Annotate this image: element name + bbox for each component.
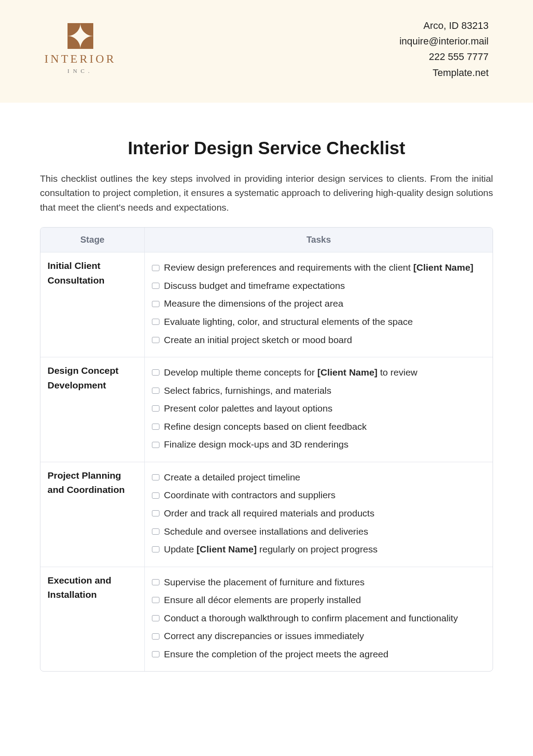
page-title: Interior Design Service Checklist [40, 138, 493, 158]
task-item: Select fabrics, furnishings, and materia… [152, 382, 485, 400]
contact-site: Template.net [399, 65, 489, 80]
checkbox-icon[interactable] [152, 442, 159, 448]
checkbox-icon[interactable] [152, 283, 159, 289]
checkbox-icon[interactable] [152, 546, 159, 552]
task-item: Update [Client Name] regularly on projec… [152, 540, 485, 559]
task-text: Refine design concepts based on client f… [164, 420, 485, 434]
tasks-cell: Create a detailed project timelineCoordi… [145, 462, 493, 567]
contact-block: Arco, ID 83213 inquire@interior.mail 222… [399, 18, 489, 80]
task-item: Conduct a thorough walkthrough to confir… [152, 609, 485, 628]
task-text: Schedule and oversee installations and d… [164, 524, 485, 539]
checkbox-icon[interactable] [152, 319, 159, 325]
task-text: Select fabrics, furnishings, and materia… [164, 384, 485, 398]
checklist-table: Stage Tasks Initial Client ConsultationR… [40, 227, 493, 672]
task-item: Supervise the placement of furniture and… [152, 573, 485, 592]
task-text: Develop multiple theme concepts for [Cli… [164, 365, 485, 380]
document-header: INTERIOR INC. Arco, ID 83213 inquire@int… [0, 0, 533, 103]
task-item: Refine design concepts based on client f… [152, 418, 485, 436]
col-header-stage: Stage [40, 228, 145, 252]
table-row: Project Planning and CoordinationCreate … [40, 462, 493, 567]
task-item: Develop multiple theme concepts for [Cli… [152, 364, 485, 382]
tasks-cell: Supervise the placement of furniture and… [145, 567, 493, 672]
task-text: Supervise the placement of furniture and… [164, 575, 485, 590]
table-row: Execution and InstallationSupervise the … [40, 567, 493, 672]
checkbox-icon[interactable] [152, 633, 159, 640]
task-text: Ensure the completion of the project mee… [164, 647, 485, 662]
stage-cell: Design Concept Development [40, 357, 145, 462]
task-text: Review design preferences and requiremen… [164, 260, 485, 275]
task-item: Ensure all décor elements are properly i… [152, 591, 485, 609]
col-header-tasks: Tasks [145, 228, 493, 252]
contact-address: Arco, ID 83213 [399, 18, 489, 33]
checkbox-icon[interactable] [152, 424, 159, 430]
checkbox-icon[interactable] [152, 492, 159, 499]
logo-block: INTERIOR INC. [44, 23, 116, 75]
logo-subtitle: INC. [68, 68, 93, 75]
tasks-cell: Develop multiple theme concepts for [Cli… [145, 357, 493, 462]
stage-cell: Project Planning and Coordination [40, 462, 145, 567]
task-item: Review design preferences and requiremen… [152, 259, 485, 277]
task-item: Schedule and oversee installations and d… [152, 523, 485, 541]
task-text: Finalize design mock-ups and 3D renderin… [164, 437, 485, 452]
checkbox-icon[interactable] [152, 579, 159, 585]
checkbox-icon[interactable] [152, 510, 159, 516]
task-item: Evaluate lighting, color, and structural… [152, 313, 485, 331]
task-text: Evaluate lighting, color, and structural… [164, 315, 485, 329]
stage-cell: Initial Client Consultation [40, 252, 145, 357]
task-text: Correct any discrepancies or issues imme… [164, 629, 485, 644]
task-item: Finalize design mock-ups and 3D renderin… [152, 436, 485, 454]
tasks-cell: Review design preferences and requiremen… [145, 252, 493, 357]
task-item: Create an initial project sketch or mood… [152, 331, 485, 349]
task-item: Measure the dimensions of the project ar… [152, 295, 485, 313]
checkbox-icon[interactable] [152, 528, 159, 535]
checkbox-icon[interactable] [152, 388, 159, 394]
contact-phone: 222 555 7777 [399, 49, 489, 64]
task-item: Coordinate with contractors and supplier… [152, 486, 485, 504]
task-text: Present color palettes and layout option… [164, 401, 485, 416]
task-text: Discuss budget and timeframe expectation… [164, 279, 485, 293]
task-text: Update [Client Name] regularly on projec… [164, 542, 485, 557]
checkbox-icon[interactable] [152, 337, 159, 343]
task-item: Ensure the completion of the project mee… [152, 645, 485, 664]
checkbox-icon[interactable] [152, 474, 159, 480]
checkbox-icon[interactable] [152, 369, 159, 376]
task-text: Ensure all décor elements are properly i… [164, 593, 485, 608]
task-item: Correct any discrepancies or issues imme… [152, 627, 485, 645]
logo-icon [68, 23, 93, 49]
checkbox-icon[interactable] [152, 265, 159, 271]
contact-email: inquire@interior.mail [399, 33, 489, 49]
checkbox-icon[interactable] [152, 651, 159, 657]
task-text: Create a detailed project timeline [164, 470, 485, 485]
table-row: Design Concept DevelopmentDevelop multip… [40, 357, 493, 462]
checkbox-icon[interactable] [152, 405, 159, 412]
intro-paragraph: This checklist outlines the key steps in… [40, 172, 493, 215]
checkbox-icon[interactable] [152, 301, 159, 307]
task-text: Create an initial project sketch or mood… [164, 333, 485, 348]
task-item: Create a detailed project timeline [152, 468, 485, 487]
checkbox-icon[interactable] [152, 597, 159, 603]
stage-cell: Execution and Installation [40, 567, 145, 672]
table-row: Initial Client ConsultationReview design… [40, 252, 493, 357]
checkbox-icon[interactable] [152, 615, 159, 621]
logo-name: INTERIOR [44, 52, 116, 66]
task-item: Discuss budget and timeframe expectation… [152, 277, 485, 295]
task-text: Measure the dimensions of the project ar… [164, 296, 485, 311]
task-text: Order and track all required materials a… [164, 506, 485, 521]
document-content: Interior Design Service Checklist This c… [0, 103, 533, 672]
task-item: Present color palettes and layout option… [152, 400, 485, 418]
task-text: Coordinate with contractors and supplier… [164, 488, 485, 503]
task-item: Order and track all required materials a… [152, 504, 485, 523]
task-text: Conduct a thorough walkthrough to confir… [164, 611, 485, 626]
